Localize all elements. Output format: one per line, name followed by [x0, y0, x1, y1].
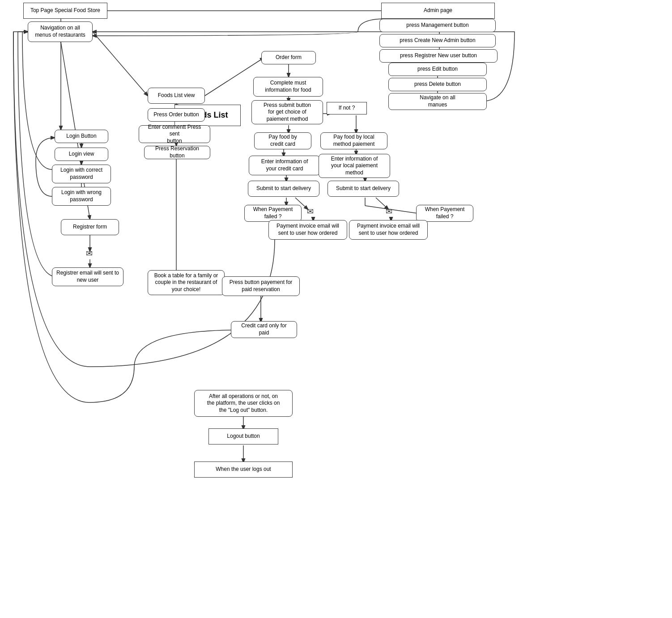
navigate-manues-node: Navigate on all manues [388, 93, 487, 110]
navigation-label: Navigation on all menus of restaurants [35, 25, 85, 38]
pay-local-node: Pay food by local method paiement [320, 132, 387, 149]
login-wrong-label: Login with wrong password [61, 189, 102, 203]
svg-line-27 [365, 206, 421, 214]
if-not-node: If not ? [327, 102, 367, 114]
press-payment-reservation-label: Press button payement for paid reservati… [230, 279, 293, 293]
logout-button-node: Logout button [208, 428, 278, 444]
press-delete-node: press Delete button [388, 78, 487, 91]
arrows-svg [0, 0, 672, 618]
press-payment-reservation-node: Press button payement for paid reservati… [222, 276, 300, 296]
complete-info-node: Complete must information for food [253, 77, 323, 97]
email-icon-register: ✉ [86, 249, 93, 258]
svg-line-2 [93, 32, 148, 96]
press-order-label: Press Order button [153, 111, 199, 119]
email-icon-payment1: ✉ [307, 207, 314, 216]
submit-delivery2-node: Submit to start delivery [327, 181, 399, 197]
register-form-node: Registrer form [61, 219, 119, 235]
press-edit-label: press Edit button [417, 66, 458, 73]
credit-only-label: Credit card only for paid [241, 322, 286, 336]
press-management-label: press Management button [406, 22, 468, 29]
invoice-email2-node: Payment invoice email will sent to user … [349, 220, 428, 240]
admin-page-node: Admin page [381, 3, 495, 19]
press-create-admin-node: press Create New Admin button [379, 34, 496, 47]
press-submit-choice-label: Press submit button for get choice of pa… [264, 102, 311, 123]
book-table-node: Book a table for a family or couple in t… [148, 270, 225, 295]
payment-failed1-node: When Payement failed ? [244, 205, 302, 222]
login-button-label: Login Button [66, 133, 96, 140]
press-register-user-node: press Registrer New user button [379, 49, 498, 63]
login-correct-node: Login with correct password [52, 165, 111, 183]
foods-list-view-node: Foods List view [148, 88, 205, 104]
login-correct-label: Login with correct password [60, 167, 102, 181]
navigation-node: Navigation on all menus of restaurants [28, 21, 93, 42]
foods-list-view-label: Foods List view [158, 92, 195, 99]
email-icon-payment2: ✉ [386, 207, 392, 216]
book-table-label: Book a table for a family or couple in t… [154, 272, 218, 293]
when-logs-out-label: When the user logs out [216, 466, 271, 473]
enter-comment-label: Enter commentt Press sent button [143, 124, 206, 145]
login-button-node: Login Button [55, 130, 108, 143]
submit-delivery2-label: Submit to start delivery [336, 185, 391, 192]
payment-failed2-node: When Payement failed ? [416, 205, 473, 222]
navigate-manues-label: Navigate on all manues [420, 94, 455, 108]
top-page-node: Top Page Special Food Store [23, 3, 107, 19]
complete-info-label: Complete must information for food [265, 80, 311, 93]
pay-credit-label: Pay food by credit card [268, 134, 297, 148]
register-form-label: Registrer form [73, 224, 107, 231]
enter-comment-node: Enter commentt Press sent button [139, 125, 210, 143]
press-edit-node: press Edit button [388, 63, 487, 76]
submit-delivery1-node: Submit to start delivery [248, 181, 319, 197]
login-view-node: Login view [55, 148, 108, 161]
invoice-email2-label: Payment invoice email will sent to user … [357, 223, 420, 237]
enter-local-info-node: Enter information of your local paiement… [319, 154, 390, 178]
admin-page-label: Admin page [424, 7, 452, 14]
enter-credit-info-node: Enter information of your credit card [249, 156, 320, 175]
press-management-node: press Management button [379, 19, 496, 32]
register-email-node: Registrer email will sent to new user [52, 267, 123, 286]
press-order-node: Press Order button [148, 108, 205, 122]
order-form-node: Order form [261, 51, 316, 64]
press-submit-choice-node: Press submit button for get choice of pa… [251, 100, 323, 124]
invoice-email1-node: Payment invoice email will sent to user … [268, 220, 347, 240]
pay-credit-node: Pay food by credit card [254, 132, 311, 149]
top-page-label: Top Page Special Food Store [30, 7, 100, 14]
press-register-user-label: press Registrer New user button [400, 52, 477, 59]
logout-button-label: Logout button [227, 433, 259, 440]
press-reservation-node: Press Reservation button [144, 146, 210, 159]
login-view-label: Login view [69, 151, 94, 158]
diagram-container: ✉ ✉ ✉ Top Page Special Food Store Naviga… [0, 0, 672, 618]
credit-only-node: Credit card only for paid [231, 321, 297, 338]
after-all-node: After all operations or not, on the plat… [194, 390, 293, 417]
order-form-label: Order form [276, 54, 302, 61]
enter-local-info-label: Enter information of your local paiement… [331, 156, 378, 177]
login-wrong-node: Login with wrong password [52, 187, 111, 206]
press-create-admin-label: press Create New Admin button [400, 37, 475, 44]
register-email-label: Registrer email will sent to new user [56, 270, 119, 284]
enter-credit-info-label: Enter information of your credit card [261, 158, 308, 172]
if-not-label: If not ? [339, 105, 355, 112]
invoice-email1-label: Payment invoice email will sent to user … [276, 223, 339, 237]
submit-delivery1-label: Submit to start delivery [256, 185, 311, 192]
after-all-label: After all operations or not, on the plat… [207, 393, 280, 414]
press-delete-label: press Delete button [414, 81, 461, 88]
when-logs-out-node: When the user logs out [194, 461, 293, 478]
payment-failed2-label: When Payement failed ? [425, 206, 465, 220]
press-reservation-label: Press Reservation button [148, 145, 206, 159]
pay-local-label: Pay food by local method paiement [333, 134, 375, 148]
payment-failed1-label: When Payement failed ? [253, 206, 293, 220]
